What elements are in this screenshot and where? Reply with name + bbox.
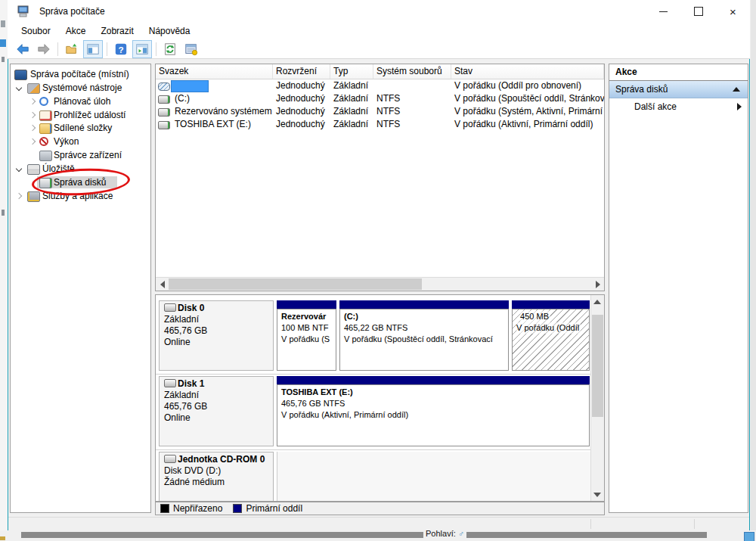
help-button[interactable]: ? — [111, 40, 131, 58]
male-symbol-icon: ♂ — [458, 529, 464, 538]
actions-group-disk-management[interactable]: Správa disků — [609, 81, 748, 98]
scroll-up-button[interactable] — [591, 295, 603, 308]
partition-toshiba[interactable]: TOSHIBA EXT (E:) 465,76 GB NTFS V pořádk… — [277, 376, 590, 446]
chevron-right-icon[interactable] — [29, 125, 36, 131]
background-fragment — [2, 57, 5, 62]
back-button[interactable] — [13, 40, 33, 58]
chevron-right-icon[interactable] — [29, 98, 36, 104]
volume-row-recovery[interactable]: Jednoduchý Základní V pořádku (Oddíl pro… — [156, 79, 604, 92]
volume-row-system-reserved[interactable]: Rezervováno systémem Jednoduchý Základní… — [156, 105, 604, 118]
scroll-down-button[interactable] — [591, 488, 603, 501]
export-list-button[interactable] — [62, 40, 82, 58]
scrollbar-thumb[interactable] — [169, 278, 422, 290]
properties-window-icon — [184, 42, 198, 56]
show-action-pane-button[interactable] — [132, 40, 152, 58]
tree-item-shared-folders[interactable]: Sdílené složky — [11, 121, 150, 135]
tree-item-performance[interactable]: Výkon — [11, 135, 150, 148]
background-fragment — [0, 536, 5, 540]
legend-unallocated: Nepřiřazeno — [160, 503, 222, 514]
menu-soubor[interactable]: Soubor — [14, 24, 58, 38]
background-fragment — [1, 20, 5, 27]
tree-item-services-applications[interactable]: Služby a aplikace — [11, 189, 150, 203]
scroll-left-button[interactable] — [156, 278, 169, 291]
volume-icon — [158, 108, 170, 117]
column-header-typ[interactable]: Typ — [330, 64, 373, 79]
disk-icon — [39, 178, 52, 188]
menu-napoveda[interactable]: Nápověda — [141, 24, 198, 38]
tree-item-disk-management[interactable]: Správa disků — [11, 176, 150, 189]
more-actions-item[interactable]: Další akce — [609, 98, 748, 115]
disk0-label[interactable]: Disk 0 Základní 465,76 GB Online — [159, 300, 274, 371]
show-console-tree-button[interactable] — [83, 40, 103, 58]
arrow-up-icon — [593, 300, 601, 304]
row-separator — [156, 374, 591, 375]
event-log-icon — [39, 110, 52, 121]
volume-icon — [158, 95, 170, 104]
computer-icon — [14, 70, 27, 80]
title-bar: Správa počítače — [8, 0, 750, 23]
scrollbar-thumb[interactable] — [592, 315, 603, 417]
partition-color-bar — [512, 300, 590, 309]
horizontal-scrollbar[interactable] — [156, 277, 604, 291]
maximize-icon — [694, 7, 703, 16]
console-tree-icon — [86, 42, 100, 56]
tree-item-task-scheduler[interactable]: Plánovač úloh — [11, 95, 150, 108]
cdrom-label[interactable]: Jednotka CD-ROM 0 Disk DVD (D:) Žádné mé… — [159, 452, 274, 502]
folder-icon — [65, 42, 79, 56]
console-tree-panel: Správa počítače (místní) Systémové nástr… — [10, 64, 151, 513]
scroll-right-button[interactable] — [591, 278, 604, 291]
disk1-label[interactable]: Disk 1 Základní 465,76 GB Online — [159, 376, 274, 446]
partition-recovery[interactable]: 450 MB V pořádku (Oddíl — [512, 300, 590, 371]
svg-text:?: ? — [118, 44, 123, 54]
background-fragment — [2, 210, 5, 216]
chevron-right-icon[interactable] — [16, 193, 22, 199]
close-button[interactable]: × — [716, 0, 750, 23]
vertical-scrollbar[interactable] — [590, 295, 604, 501]
volume-icon — [158, 121, 170, 129]
column-header-svazek[interactable]: Svazek — [156, 64, 273, 79]
menu-akce[interactable]: Akce — [58, 24, 94, 38]
volume-row-c[interactable]: (C:) Jednoduchý Základní NTFS V pořádku … — [156, 92, 604, 105]
status-separator — [694, 519, 695, 529]
column-header-system-souboru[interactable]: Systém souborů — [373, 64, 451, 79]
forward-button[interactable] — [34, 40, 54, 58]
chevron-down-icon[interactable] — [16, 166, 22, 172]
column-header-stav[interactable]: Stav — [451, 64, 604, 79]
tree-item-system-tools[interactable]: Systémové nástroje — [11, 81, 150, 95]
close-icon: × — [730, 5, 736, 18]
background-window-band — [21, 532, 707, 538]
partition-system-reserved[interactable]: Rezervovár 100 MB NTF V pořádku (S — [277, 300, 336, 371]
tree-item-computer-management[interactable]: Správa počítače (místní) — [11, 67, 150, 81]
tree-item-device-manager[interactable]: Správce zařízení — [11, 148, 150, 162]
minimize-icon — [659, 11, 668, 12]
column-header-rozvrzeni[interactable]: Rozvržení — [273, 64, 330, 79]
tree-item-event-viewer[interactable]: Prohlížeč událostí — [11, 108, 150, 122]
actions-header: Akce — [609, 64, 748, 81]
maximize-button[interactable] — [681, 0, 715, 23]
chevron-right-icon[interactable] — [29, 112, 36, 118]
chevron-down-icon[interactable] — [16, 85, 22, 91]
chevron-right-icon[interactable] — [29, 138, 36, 145]
refresh-button[interactable] — [160, 40, 180, 58]
volume-row-toshiba[interactable]: TOSHIBA EXT (E:) Jednoduchý Základní NTF… — [156, 118, 604, 131]
cdrom-empty-area[interactable] — [277, 452, 590, 502]
tree-item-storage[interactable]: Úložiště — [11, 162, 150, 176]
app-icon — [17, 5, 30, 18]
storage-icon — [27, 164, 40, 175]
toolbar-separator — [57, 42, 58, 56]
disk-properties-button[interactable] — [181, 40, 201, 58]
status-separator — [590, 519, 591, 529]
volume-icon — [158, 82, 170, 91]
submenu-arrow-icon — [737, 103, 742, 110]
status-bar — [8, 517, 749, 530]
cdrom-row: Jednotka CD-ROM 0 Disk DVD (D:) Žádné mé… — [156, 452, 590, 502]
background-right-strip — [751, 0, 756, 541]
partition-color-bar — [339, 300, 509, 309]
partition-c[interactable]: (C:) 465,22 GB NTFS V pořádku (Spouštěcí… — [339, 300, 509, 371]
collapse-icon — [733, 87, 740, 92]
window-title: Správa počítače — [39, 6, 105, 17]
menu-zobrazit[interactable]: Zobrazit — [93, 24, 141, 38]
minimize-button[interactable] — [646, 0, 680, 23]
arrow-left-icon — [160, 281, 165, 288]
toolbar-separator — [156, 42, 156, 56]
